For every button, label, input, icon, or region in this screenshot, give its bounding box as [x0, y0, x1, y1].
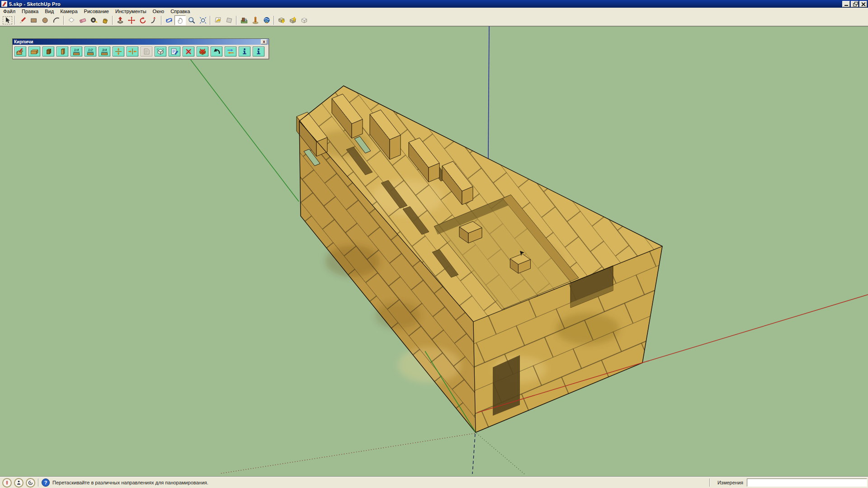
follow-me-icon [150, 16, 158, 24]
move-tool-button[interactable] [126, 15, 137, 25]
brick-half-button[interactable]: 1/2 [85, 47, 96, 56]
share-model-button[interactable] [287, 15, 298, 25]
rotate-tool-button[interactable] [137, 15, 148, 25]
brick-upright-button[interactable] [57, 47, 68, 56]
circle-tool-button[interactable] [39, 15, 51, 25]
brick-rotated-icon [44, 47, 53, 56]
model-canvas [0, 26, 868, 477]
zoom-tool-button[interactable] [186, 15, 197, 25]
zoom-extents-button[interactable] [197, 15, 208, 25]
add-location-icon [240, 16, 248, 24]
eraser-icon [79, 16, 87, 24]
pencil-icon [19, 16, 27, 24]
delete-box-button[interactable] [197, 47, 208, 56]
menu-item-camera[interactable]: Камера [57, 8, 80, 14]
push-pull-icon [116, 16, 124, 24]
align-vertical-icon [114, 47, 123, 56]
geolocation-status-icon[interactable] [2, 478, 12, 488]
magnifier-icon [188, 16, 196, 24]
box-unfold-button[interactable] [155, 47, 166, 56]
bricks-toolbar-buttons: 1/4 1/2 3/4 [13, 45, 269, 59]
toggle-terrain-button[interactable] [250, 15, 261, 25]
get-models-icon [278, 16, 286, 24]
viewport-3d[interactable]: Кирпичи x 1/4 1/2 3/4 [0, 26, 868, 477]
toolbar-separator [63, 16, 64, 25]
menu-item-draw[interactable]: Рисование [81, 8, 112, 14]
align-vertical-button[interactable] [113, 47, 124, 56]
toolbar-separator [161, 16, 162, 25]
next-view-button[interactable] [223, 15, 235, 25]
edit-notes-button[interactable] [169, 47, 180, 56]
info-alt-button[interactable] [253, 47, 264, 56]
small-brick-glyph [87, 53, 94, 55]
bricks-toolbar-title: Кирпичи [14, 39, 33, 44]
terrain-person-icon [251, 16, 259, 24]
bricks-toolbar-close-button[interactable]: x [261, 39, 267, 44]
claim-status-icon[interactable] [26, 478, 35, 488]
paint-bucket-button[interactable] [99, 15, 111, 25]
help-icon[interactable]: ? [42, 479, 50, 487]
orbit-icon [165, 16, 173, 24]
google-earth-button[interactable] [261, 15, 272, 25]
rectangle-tool-button[interactable] [28, 15, 39, 25]
title-bar: 5.skp - SketchUp Pro [0, 0, 868, 8]
previous-view-icon [214, 16, 222, 24]
tape-measure-icon [90, 16, 98, 24]
info-button[interactable] [239, 47, 250, 56]
share-model-icon [289, 16, 297, 24]
make-component-button[interactable] [66, 15, 77, 25]
bricks-toolbar-titlebar[interactable]: Кирпичи x [13, 39, 269, 45]
box-unfold-icon [156, 47, 165, 56]
minimize-button[interactable] [842, 1, 850, 7]
measurements-input[interactable] [747, 479, 867, 487]
rotate-arrows-icon [139, 16, 147, 24]
brick-full-button[interactable] [28, 47, 40, 56]
next-view-icon [225, 16, 233, 24]
select-arrow-icon [4, 16, 12, 24]
add-location-button[interactable] [238, 15, 250, 25]
align-horizontal-icon [128, 47, 137, 56]
undo-button[interactable] [211, 47, 222, 56]
bricks-toolbar-panel[interactable]: Кирпичи x 1/4 1/2 3/4 [12, 38, 269, 59]
menu-item-view[interactable]: Вид [42, 8, 57, 14]
brick-rotated-button[interactable] [42, 47, 54, 56]
restore-button[interactable] [851, 1, 859, 7]
move-arrows-icon [127, 16, 136, 24]
circle-icon [41, 16, 49, 24]
brick-three-quarter-button[interactable]: 3/4 [99, 47, 110, 56]
small-brick-glyph [101, 53, 108, 55]
line-tool-button[interactable] [17, 15, 28, 25]
delete-cross-button[interactable] [183, 47, 194, 56]
push-pull-button[interactable] [114, 15, 126, 25]
component-button[interactable] [298, 15, 310, 25]
brick-draw-button[interactable] [14, 47, 26, 56]
credit-author-status-icon[interactable] [14, 478, 24, 488]
arc-tool-button[interactable] [51, 15, 62, 25]
close-button[interactable] [859, 1, 867, 7]
follow-me-button[interactable] [148, 15, 160, 25]
white-face-icon [67, 16, 75, 24]
menu-item-edit[interactable]: Правка [19, 8, 42, 14]
orbit-tool-button[interactable] [163, 15, 175, 25]
statusbar-separator [709, 479, 710, 487]
get-models-button[interactable] [276, 15, 287, 25]
paste-disabled-button [141, 47, 152, 56]
align-horizontal-button[interactable] [127, 47, 138, 56]
select-tool-button[interactable] [2, 15, 13, 25]
brick-draw-icon [16, 47, 25, 56]
pan-tool-button[interactable] [175, 15, 186, 25]
menu-item-tools[interactable]: Инструменты [112, 8, 150, 14]
brick-quarter-button[interactable]: 1/4 [71, 47, 82, 56]
tape-measure-button[interactable] [88, 15, 99, 25]
menu-item-window[interactable]: Окно [150, 8, 168, 14]
previous-view-button[interactable] [212, 15, 223, 25]
status-message: Перетаскивайте в различных направлениях … [52, 480, 208, 485]
globe-icon [263, 16, 271, 24]
eraser-tool-button[interactable] [77, 15, 88, 25]
swap-direction-button[interactable] [225, 47, 236, 56]
menu-item-file[interactable]: Файл [0, 8, 19, 14]
brick-structure[interactable] [297, 86, 662, 432]
delete-box-icon [198, 47, 207, 56]
undo-arrow-icon [212, 47, 221, 56]
menu-item-help[interactable]: Справка [167, 8, 193, 14]
